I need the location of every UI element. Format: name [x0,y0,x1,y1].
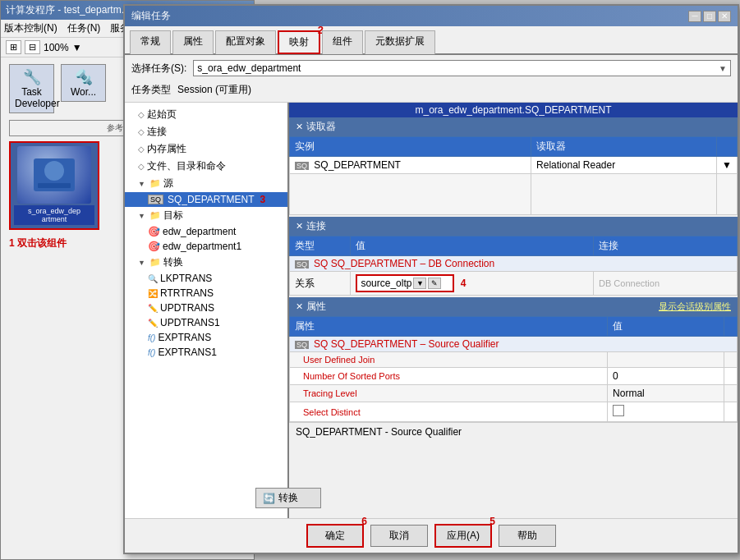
tab-metadata[interactable]: 元数据扩展 [365,30,435,54]
props-val-0 [608,352,724,368]
task-component[interactable]: s_ora_edw_department [9,141,99,230]
tree-item-exptrans1[interactable]: f() EXPTRANS1 [125,345,287,360]
reader-collapse-icon[interactable]: ✕ [296,122,303,132]
workflow-label: Wor... [67,86,100,98]
step-3-badge: 3 [260,194,266,205]
tab-bar: 常规 属性 配置对象 映射 2 组件 元数据扩展 [125,26,738,55]
tree-item-connect[interactable]: ◇ 连接 [125,123,287,140]
tree-item-updtrans[interactable]: ✏️ UPDTRANS [125,301,287,315]
props-prop-0: User Defined Join [290,352,608,368]
conn-btn-1[interactable]: ▼ [413,278,426,289]
props-scroll-1 [724,368,738,385]
transform-btn[interactable]: 🔄 转换 [255,488,289,508]
tree-item-target-group[interactable]: ▼ 📁 目标 [125,207,287,224]
tree-item-files[interactable]: ◇ 文件、目录和命令 [125,158,287,175]
props-scroll-3 [724,402,738,422]
task-component-label: s_ora_edw_department [14,205,94,225]
app-title: 计算发程序 - test_departm... [6,3,130,17]
diamond-icon-memory: ◇ [138,145,145,154]
maximize-button[interactable]: □ [703,11,716,22]
reader-instance-value: SQ_DEPARTMENT [314,159,401,171]
select-task-label: 选择任务(S): [131,62,186,76]
reader-empty-row [290,174,738,215]
props-group-label: SQ SQ SQ_DEPARTMENT – Source Qualifier [290,337,738,352]
lkp-icon: 🔍 [148,274,158,283]
step-4-badge: 4 [461,278,467,289]
reader-reader-value: Relational Reader [536,159,615,171]
cancel-button[interactable]: 取消 [370,525,428,547]
tree-item-edw-dept1[interactable]: 🎯 edw_department1 [125,239,287,254]
conn-value-input[interactable]: source_oltp ▼ ✎ [356,274,454,292]
section-title: m_ora_edw_department.SQ_DEPARTMENT [416,104,612,116]
folder-icon-target: 📁 [149,210,161,221]
select-distinct-checkbox[interactable] [613,405,624,416]
conn-btn-2[interactable]: ✎ [428,278,441,289]
apply-button[interactable]: 应用(A) [434,524,492,548]
tree-item-exptrans[interactable]: f() EXPTRANS [125,330,287,345]
tab-general[interactable]: 常规 [130,30,171,54]
zoom-level: 100% [44,42,69,53]
props-collapse-icon[interactable]: ✕ [296,301,303,312]
step-5-badge: 5 [490,516,495,527]
reader-row-1: SQ SQ_DEPARTMENT Relational Reader ▼ [290,157,738,174]
toolbar-icon1[interactable]: ⊞ [6,40,21,54]
reader-empty-3 [717,174,738,215]
tree-item-updtrans1[interactable]: ✏️ UPDTRANS1 [125,315,287,330]
close-button[interactable]: ✕ [718,11,731,22]
props-val-2: Normal [608,385,724,402]
conn-collapse-icon[interactable]: ✕ [296,221,303,232]
diamond-icon-files: ◇ [138,162,145,171]
task-developer-icon[interactable]: 🔧 Task Developer [9,64,54,113]
menu-task[interactable]: 任务(N) [67,21,101,35]
diamond-icon-start: ◇ [138,110,145,119]
toolbar-icon2[interactable]: ⊟ [25,40,40,54]
tab-component[interactable]: 组件 [322,30,363,54]
tree-item-memory[interactable]: ◇ 内存属性 [125,140,287,158]
upd1-icon: ✏️ [148,319,158,328]
sq-badge-props: SQ [295,341,309,349]
task-type-row: 任务类型 Session (可重用) [125,81,738,102]
minimize-button[interactable]: ─ [688,11,701,22]
folder-icon-source: 📁 [149,178,161,189]
select-task-value: s_ora_edw_department [197,62,301,74]
dialog-title: 编辑任务 [131,9,171,23]
show-level-link[interactable]: 显示会话级别属性 [659,301,731,313]
task-icon-image [17,146,91,204]
props-row-3: Select Distinct [290,402,738,422]
tree-item-lkptrans[interactable]: 🔍 LKPTRANS [125,271,287,286]
zoom-dropdown[interactable]: ▼ [72,42,82,53]
reader-title: 读取器 [306,120,336,134]
props-prop-2: Tracing Level [290,385,608,402]
select-task-dropdown[interactable]: s_ora_edw_department ▼ [193,60,731,76]
svg-rect-2 [38,183,71,188]
help-button[interactable]: 帮助 [499,525,556,547]
reader-col-instance: 实例 [290,137,531,157]
reader-section-header: ✕ 读取器 [289,117,738,136]
properties-section: ✕ 属性 显示会话级别属性 属性 值 [289,297,738,422]
tree-item-start[interactable]: ◇ 起始页 [125,106,287,123]
tab-config[interactable]: 配置对象 [215,30,276,54]
expand-icon-transform: ▼ [138,259,145,267]
conn-col-type: 类型 [290,236,351,256]
confirm-button[interactable]: 确定 [306,524,364,548]
tree-item-transform-group[interactable]: ▼ 📁 转换 [125,254,287,271]
tree-item-sq-department[interactable]: SQ SQ_DEPARTMENT 3 [125,192,287,207]
svg-point-1 [44,161,64,181]
dialog-footer: 确定 6 取消 应用(A) 5 帮助 [125,518,738,553]
reader-table: 实例 读取器 SQ SQ_DEPARTMENT Relati [289,136,738,215]
tree-item-edw-dept[interactable]: 🎯 edw_department [125,224,287,239]
tab-mapping[interactable]: 映射 2 [278,30,320,54]
conn-col-conn: 连接 [594,236,738,256]
task-developer-label: Task Developer [15,86,48,109]
tree-item-rtrtrans[interactable]: 🔀 RTRTRANS [125,286,287,301]
expand-icon-target: ▼ [138,212,145,220]
menu-version[interactable]: 版本控制(N) [4,21,57,35]
workflow-icon[interactable]: 🔩 Wor... [61,64,106,102]
section-title-bar: m_ora_edw_department.SQ_DEPARTMENT [289,103,738,117]
props-header-left: ✕ 属性 [296,300,326,314]
content-area: ◇ 起始页 ◇ 连接 ◇ 内存属性 ◇ 文件、目录和命令 ▼ 📁 源 [125,102,738,530]
tab-properties[interactable]: 属性 [172,30,214,54]
conn-section-header: ✕ 连接 [289,217,738,236]
tree-item-source-group[interactable]: ▼ 📁 源 [125,175,287,192]
props-row-0: User Defined Join [290,352,738,368]
